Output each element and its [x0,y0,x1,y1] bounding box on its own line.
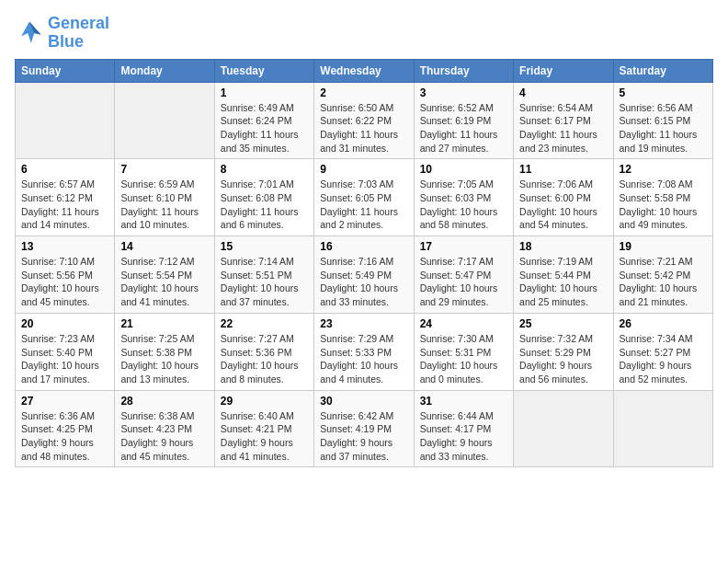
day-number: 3 [420,86,507,99]
day-info: Sunrise: 7:19 AMSunset: 5:44 PMDaylight:… [519,255,607,309]
calendar-cell: 19Sunrise: 7:21 AMSunset: 5:42 PMDayligh… [613,236,712,314]
day-info: Sunrise: 7:21 AMSunset: 5:42 PMDaylight:… [620,255,707,309]
day-info: Sunrise: 7:06 AMSunset: 6:00 PMDaylight:… [519,178,607,232]
day-info: Sunrise: 7:34 AMSunset: 5:27 PMDaylight:… [620,332,707,386]
day-number: 21 [120,317,208,330]
day-number: 14 [120,240,208,253]
day-number: 30 [320,395,407,408]
day-number: 23 [320,317,407,330]
calendar-cell: 17Sunrise: 7:17 AMSunset: 5:47 PMDayligh… [414,236,513,314]
page-header: General Blue [15,15,713,52]
calendar-cell [115,82,214,159]
calendar-cell: 21Sunrise: 7:25 AMSunset: 5:38 PMDayligh… [115,313,214,390]
day-info: Sunrise: 6:50 AMSunset: 6:22 PMDaylight:… [320,101,407,155]
calendar-cell: 24Sunrise: 7:30 AMSunset: 5:31 PMDayligh… [414,313,513,390]
day-number: 5 [620,86,707,99]
day-info: Sunrise: 6:42 AMSunset: 4:19 PMDaylight:… [320,409,407,464]
calendar-cell: 23Sunrise: 7:29 AMSunset: 5:33 PMDayligh… [314,313,414,390]
calendar-cell [16,82,115,159]
calendar-cell: 22Sunrise: 7:27 AMSunset: 5:36 PMDayligh… [214,313,313,390]
day-info: Sunrise: 7:03 AMSunset: 6:05 PMDaylight:… [320,178,407,232]
day-number: 24 [420,317,507,330]
day-info: Sunrise: 7:29 AMSunset: 5:33 PMDaylight:… [320,332,407,386]
day-number: 4 [519,86,607,99]
day-info: Sunrise: 7:27 AMSunset: 5:36 PMDaylight:… [221,332,308,386]
day-number: 12 [620,163,707,176]
day-number: 2 [320,86,407,99]
day-info: Sunrise: 6:56 AMSunset: 6:15 PMDaylight:… [620,101,707,155]
day-info: Sunrise: 6:52 AMSunset: 6:19 PMDaylight:… [420,101,507,155]
day-info: Sunrise: 7:01 AMSunset: 6:08 PMDaylight:… [221,178,308,232]
day-number: 8 [221,163,308,176]
day-number: 6 [21,163,108,176]
dow-header-saturday: Saturday [613,59,712,82]
day-number: 22 [221,317,308,330]
day-info: Sunrise: 6:40 AMSunset: 4:21 PMDaylight:… [221,409,308,464]
dow-header-sunday: Sunday [16,59,115,82]
calendar-cell: 1Sunrise: 6:49 AMSunset: 6:24 PMDaylight… [214,82,313,159]
day-info: Sunrise: 6:36 AMSunset: 4:25 PMDaylight:… [21,409,108,464]
day-number: 16 [320,240,407,253]
day-info: Sunrise: 6:49 AMSunset: 6:24 PMDaylight:… [221,101,308,155]
day-number: 18 [519,240,607,253]
day-number: 31 [420,395,507,408]
calendar-cell: 4Sunrise: 6:54 AMSunset: 6:17 PMDaylight… [514,82,613,159]
day-number: 13 [21,240,108,253]
calendar-cell: 25Sunrise: 7:32 AMSunset: 5:29 PMDayligh… [514,313,613,390]
calendar-cell: 8Sunrise: 7:01 AMSunset: 6:08 PMDaylight… [214,159,313,236]
calendar-cell: 3Sunrise: 6:52 AMSunset: 6:19 PMDaylight… [414,82,513,159]
dow-header-monday: Monday [115,59,214,82]
calendar-cell: 30Sunrise: 6:42 AMSunset: 4:19 PMDayligh… [314,390,414,467]
day-info: Sunrise: 6:54 AMSunset: 6:17 PMDaylight:… [519,101,607,155]
day-number: 11 [519,163,607,176]
day-info: Sunrise: 7:30 AMSunset: 5:31 PMDaylight:… [420,332,507,386]
dow-header-friday: Friday [514,59,613,82]
calendar-cell [613,390,712,467]
logo-icon [15,18,44,48]
day-info: Sunrise: 7:08 AMSunset: 5:58 PMDaylight:… [620,178,707,232]
day-info: Sunrise: 7:16 AMSunset: 5:49 PMDaylight:… [320,255,407,309]
calendar-cell: 9Sunrise: 7:03 AMSunset: 6:05 PMDaylight… [314,159,414,236]
day-number: 17 [420,240,507,253]
calendar-cell: 29Sunrise: 6:40 AMSunset: 4:21 PMDayligh… [214,390,313,467]
day-info: Sunrise: 6:38 AMSunset: 4:23 PMDaylight:… [120,409,208,464]
calendar-cell: 26Sunrise: 7:34 AMSunset: 5:27 PMDayligh… [613,313,712,390]
calendar-cell: 16Sunrise: 7:16 AMSunset: 5:49 PMDayligh… [314,236,414,314]
day-number: 28 [120,395,208,408]
day-info: Sunrise: 6:59 AMSunset: 6:10 PMDaylight:… [120,178,208,232]
day-info: Sunrise: 7:12 AMSunset: 5:54 PMDaylight:… [120,255,208,309]
calendar-cell: 10Sunrise: 7:05 AMSunset: 6:03 PMDayligh… [414,159,513,236]
day-info: Sunrise: 7:05 AMSunset: 6:03 PMDaylight:… [420,178,507,232]
calendar-cell: 20Sunrise: 7:23 AMSunset: 5:40 PMDayligh… [16,313,115,390]
dow-header-wednesday: Wednesday [314,59,414,82]
dow-header-tuesday: Tuesday [214,59,313,82]
calendar-cell: 27Sunrise: 6:36 AMSunset: 4:25 PMDayligh… [16,390,115,467]
day-number: 9 [320,163,407,176]
day-number: 20 [21,317,108,330]
calendar-cell: 18Sunrise: 7:19 AMSunset: 5:44 PMDayligh… [514,236,613,314]
day-info: Sunrise: 6:57 AMSunset: 6:12 PMDaylight:… [21,178,108,232]
day-info: Sunrise: 6:44 AMSunset: 4:17 PMDaylight:… [420,409,507,464]
day-info: Sunrise: 7:32 AMSunset: 5:29 PMDaylight:… [519,332,607,386]
calendar-cell: 7Sunrise: 6:59 AMSunset: 6:10 PMDaylight… [115,159,214,236]
day-number: 15 [221,240,308,253]
calendar-cell: 13Sunrise: 7:10 AMSunset: 5:56 PMDayligh… [16,236,115,314]
dow-header-thursday: Thursday [414,59,513,82]
day-number: 25 [519,317,607,330]
calendar-cell: 31Sunrise: 6:44 AMSunset: 4:17 PMDayligh… [414,390,513,467]
calendar-cell [514,390,613,467]
calendar-cell: 28Sunrise: 6:38 AMSunset: 4:23 PMDayligh… [115,390,214,467]
day-number: 19 [620,240,707,253]
logo: General Blue [15,15,109,52]
day-info: Sunrise: 7:17 AMSunset: 5:47 PMDaylight:… [420,255,507,309]
calendar-cell: 15Sunrise: 7:14 AMSunset: 5:51 PMDayligh… [214,236,313,314]
day-info: Sunrise: 7:14 AMSunset: 5:51 PMDaylight:… [221,255,308,309]
day-number: 26 [620,317,707,330]
calendar-cell: 2Sunrise: 6:50 AMSunset: 6:22 PMDaylight… [314,82,414,159]
calendar-cell: 12Sunrise: 7:08 AMSunset: 5:58 PMDayligh… [613,159,712,236]
day-number: 27 [21,395,108,408]
day-info: Sunrise: 7:23 AMSunset: 5:40 PMDaylight:… [21,332,108,386]
day-number: 7 [120,163,208,176]
calendar-cell: 5Sunrise: 6:56 AMSunset: 6:15 PMDaylight… [613,82,712,159]
day-number: 10 [420,163,507,176]
